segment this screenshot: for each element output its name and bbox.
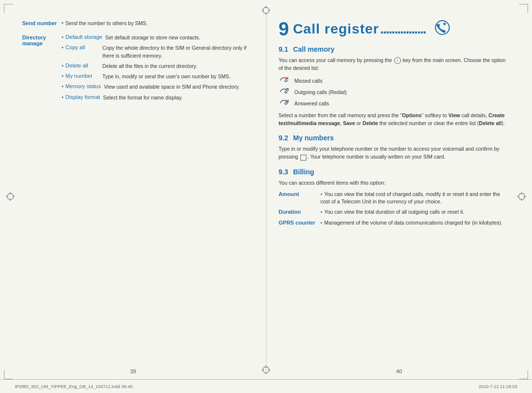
billing-gprs-content: •Management of the volume of data commun… [321,219,510,227]
outgoing-calls-row: Outgoing calls (Redial) [279,88,510,97]
my-number-text: Type in, modify or send the user's own n… [102,73,231,80]
billing-gprs-label: GPRS counter [279,219,321,226]
section-93-num: 9.3 [279,168,288,176]
billing-bullet-3: • [321,220,323,226]
answered-calls-label: Answered calls [295,100,330,106]
billing-duration-label: Duration [279,208,321,215]
display-format-row: • Display format Select the format for n… [62,94,254,101]
section-91-title: Call memory [293,45,334,53]
section-91-para: You can access your call memory by press… [279,56,510,72]
chapter-header: 9 Call register................ [279,20,510,38]
section-91-heading: 9.1 Call memory [279,45,510,53]
outgoing-calls-icon [279,88,290,97]
copy-all-text: Copy the whole directory to the SIM or G… [102,44,254,59]
corner-tl [4,4,13,13]
send-number-bullet: • Send the number to others by SMS. [62,20,254,27]
send-number-label: Send number [22,20,62,26]
page-num-right: 40 [266,368,532,374]
footer-filename: IP2882_802_UM_YIPPEE_Eng_GB_14_100712.in… [15,384,266,389]
section-92-num: 9.2 [279,134,288,142]
directory-manage-content: • Default storage Set default storage to… [62,34,254,104]
billing-duration-row: Duration •You can view the total duratio… [279,208,510,216]
my-number-label: My number [66,73,102,79]
corner-tr [519,4,528,13]
delete-all-label: Delete all [66,63,102,68]
default-storage-label: Default storage [66,34,105,40]
left-page: Send number • Send the number to others … [15,15,266,371]
send-number-text: Send the number to others by SMS. [66,20,148,27]
billing-bullet-1: • [321,191,323,197]
footer-date: 2010-7-12 11:18:03 [266,384,517,389]
billing-amount-row: Amount •You can view the total cost of c… [279,191,510,205]
bullet-dot-1: • [62,34,64,40]
svg-point-15 [519,194,525,200]
ok-key-icon [300,155,306,161]
svg-point-0 [263,7,269,14]
missed-calls-label: Missed calls [295,78,323,84]
bullet-dot-4: • [62,73,64,79]
delete-all-row: • Delete all Delete all the files in the… [62,63,254,70]
section-92-para: Type in or modify your telephone number … [279,145,510,161]
section-93-intro: You can access different items with this… [279,179,510,187]
directory-manage-section: Directorymanage • Default storage Set de… [22,34,254,104]
section-91-after: Select a number from the call memory and… [279,111,510,128]
section-92-title: My numbers [293,134,333,142]
page-container: Send number • Send the number to others … [0,0,532,393]
missed-calls-icon [279,76,290,86]
missed-calls-row: Missed calls [279,76,510,86]
memory-status-row: • Memory status View used and available … [62,83,254,91]
delete-all-text: Delete all the files in the current dire… [102,63,197,70]
my-number-row: • My number Type in, modify or send the … [62,73,254,80]
memory-status-text: View used and available space in SIM and… [104,83,240,91]
display-format-label: Display format [66,94,103,100]
right-page: 9 Call register................ 9.1 [266,15,518,371]
info-icon: i [394,57,401,64]
billing-gprs-row: GPRS counter •Management of the volume o… [279,219,510,227]
crosshair-top [262,6,270,15]
svg-point-20 [435,21,449,34]
section-93-heading: 9.3 Billing [279,168,510,176]
display-format-text: Select the format for name display. [103,94,182,101]
chapter-number: 9 [279,20,289,38]
billing-bullet-2: • [321,209,323,215]
page-num-left: 39 [0,368,266,374]
phone-icon [432,20,450,38]
default-storage-text: Set default storage to store new contact… [105,34,200,41]
section-93-title: Billing [293,168,314,176]
section-92-heading: 9.2 My numbers [279,134,510,142]
billing-amount-label: Amount [279,191,321,197]
send-number-content: • Send the number to others by SMS. [62,20,254,30]
svg-point-10 [7,194,14,200]
default-storage-row: • Default storage Set default storage to… [62,34,254,41]
bullet-dot-5: • [62,83,64,89]
chapter-title: Call register................ [293,21,426,37]
crosshair-left [6,192,15,201]
outgoing-calls-label: Outgoing calls (Redial) [295,89,347,95]
bullet-dot-6: • [62,94,64,100]
send-number-section: Send number • Send the number to others … [22,20,254,30]
directory-manage-label: Directorymanage [22,34,62,46]
copy-all-label: Copy all [66,44,102,50]
crosshair-right [517,192,526,201]
section-91-num: 9.1 [279,45,288,53]
answered-calls-row: Answered calls [279,99,510,108]
main-content: Send number • Send the number to others … [0,0,532,393]
answered-calls-icon [279,99,290,108]
bullet-dot-3: • [62,63,64,68]
copy-all-row: • Copy all Copy the whole directory to t… [62,44,254,59]
billing-duration-content: •You can view the total duration of all … [321,208,510,216]
bullet-dot: • [62,20,64,26]
memory-status-label: Memory status [66,83,104,89]
billing-amount-content: •You can view the total cost of charged … [321,191,510,205]
bullet-dot-2: • [62,44,64,50]
footer: IP2882_802_UM_YIPPEE_Eng_GB_14_100712.in… [0,379,532,393]
